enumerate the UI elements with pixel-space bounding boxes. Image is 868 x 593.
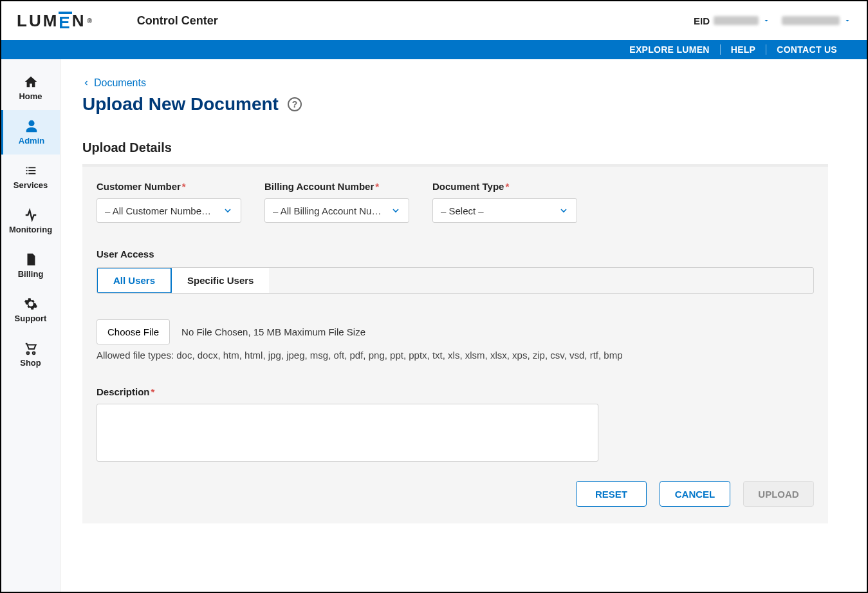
upload-details-panel: Customer Number* – All Customer Numbers … bbox=[82, 164, 828, 523]
file-types-hint: Allowed file types: doc, docx, htm, html… bbox=[97, 350, 814, 361]
home-icon bbox=[24, 75, 38, 89]
help-icon[interactable]: ? bbox=[288, 97, 302, 111]
sidebar-item-billing[interactable]: Billing bbox=[1, 243, 60, 288]
chevron-down-icon bbox=[223, 205, 233, 216]
sidebar-item-admin[interactable]: Admin bbox=[1, 110, 60, 155]
select-value: – Select – bbox=[441, 205, 484, 216]
page-title-row: Upload New Document ? bbox=[82, 94, 828, 115]
registered-mark: ® bbox=[87, 17, 91, 24]
file-status: No File Chosen, 15 MB Maximum File Size bbox=[181, 326, 365, 337]
eid-label: EID bbox=[694, 15, 710, 26]
label-description: Description* bbox=[97, 386, 814, 397]
user-selector[interactable] bbox=[782, 16, 851, 25]
lumen-logo: L U M E N ® bbox=[17, 11, 92, 31]
sidebar-item-monitoring[interactable]: Monitoring bbox=[1, 199, 60, 243]
toggle-user-access: All Users Specific Users bbox=[97, 267, 814, 294]
breadcrumb-back[interactable]: Documents bbox=[82, 77, 828, 89]
field-customer-number: Customer Number* – All Customer Numbers … bbox=[97, 181, 241, 223]
required-mark: * bbox=[182, 181, 186, 192]
logo-letter: N bbox=[72, 11, 86, 31]
sidebar-item-label: Admin bbox=[19, 136, 44, 146]
field-billing-account: Billing Account Number* – All Billing Ac… bbox=[264, 181, 409, 223]
select-document-type[interactable]: – Select – bbox=[432, 198, 577, 223]
secondary-nav: EXPLORE LUMEN HELP CONTACT US bbox=[1, 40, 867, 59]
chevron-down-icon bbox=[559, 205, 569, 216]
label-user-access: User Access bbox=[97, 249, 814, 259]
chevron-down-icon bbox=[844, 17, 851, 24]
user-value-redacted bbox=[782, 16, 840, 25]
logo-letter: U bbox=[29, 11, 43, 31]
sidebar-item-label: Shop bbox=[20, 358, 41, 368]
top-header: L U M E N ® Control Center EID bbox=[1, 1, 867, 40]
invoice-icon bbox=[24, 252, 38, 267]
sidebar-item-label: Home bbox=[19, 91, 42, 101]
list-icon bbox=[24, 164, 38, 178]
description-input[interactable] bbox=[97, 404, 598, 462]
required-mark: * bbox=[151, 386, 155, 397]
cancel-button[interactable]: CANCEL bbox=[660, 481, 730, 507]
sidebar-item-label: Services bbox=[14, 180, 48, 190]
sidebar-item-services[interactable]: Services bbox=[1, 155, 60, 199]
nav-explore-lumen[interactable]: EXPLORE LUMEN bbox=[619, 44, 719, 55]
action-buttons: RESET CANCEL UPLOAD bbox=[97, 481, 814, 507]
page-title: Upload New Document bbox=[82, 94, 279, 115]
logo-letter: M bbox=[43, 11, 59, 31]
sidebar-item-shop[interactable]: Shop bbox=[1, 332, 60, 377]
toggle-all-users[interactable]: All Users bbox=[97, 267, 172, 294]
label-customer-number: Customer Number* bbox=[97, 181, 241, 192]
logo-letter: E bbox=[59, 12, 71, 30]
nav-help[interactable]: HELP bbox=[720, 44, 766, 55]
sidebar-item-support[interactable]: Support bbox=[1, 288, 60, 332]
logo-letter: L bbox=[17, 11, 29, 31]
select-row: Customer Number* – All Customer Numbers … bbox=[97, 181, 814, 223]
nav-contact-us[interactable]: CONTACT US bbox=[766, 44, 847, 55]
sidebar-item-label: Support bbox=[15, 314, 47, 323]
top-header-right: EID bbox=[694, 15, 851, 26]
select-value: – All Customer Numbers – bbox=[105, 205, 214, 216]
cart-icon bbox=[24, 341, 38, 355]
section-upload-details: Upload Details bbox=[82, 140, 828, 155]
label-document-type: Document Type* bbox=[432, 181, 577, 192]
app-title: Control Center bbox=[137, 14, 218, 28]
field-description: Description* bbox=[97, 386, 814, 462]
select-customer-number[interactable]: – All Customer Numbers – bbox=[97, 198, 241, 223]
eid-selector[interactable]: EID bbox=[694, 15, 770, 26]
upload-button[interactable]: UPLOAD bbox=[743, 481, 814, 507]
toggle-specific-users[interactable]: Specific Users bbox=[171, 268, 269, 293]
sidebar: Home Admin Services Monitoring Billing bbox=[1, 59, 60, 592]
chevron-down-icon bbox=[391, 205, 401, 216]
field-document-type: Document Type* – Select – bbox=[432, 181, 577, 223]
file-picker-row: Choose File No File Chosen, 15 MB Maximu… bbox=[97, 319, 814, 344]
select-billing-account[interactable]: – All Billing Account Numb… bbox=[264, 198, 409, 223]
required-mark: * bbox=[375, 181, 379, 192]
label-billing-account: Billing Account Number* bbox=[264, 181, 409, 192]
breadcrumb-label: Documents bbox=[94, 77, 146, 89]
chevron-left-icon bbox=[82, 79, 90, 87]
main-content: Documents Upload New Document ? Upload D… bbox=[60, 59, 867, 592]
required-mark: * bbox=[505, 181, 509, 192]
select-value: – All Billing Account Numb… bbox=[273, 205, 382, 216]
sidebar-item-label: Monitoring bbox=[9, 225, 52, 234]
eid-value-redacted bbox=[714, 16, 759, 25]
choose-file-button[interactable]: Choose File bbox=[97, 319, 170, 344]
sidebar-item-home[interactable]: Home bbox=[1, 66, 60, 110]
gear-icon bbox=[24, 297, 38, 311]
sidebar-item-label: Billing bbox=[18, 269, 44, 279]
activity-icon bbox=[24, 208, 38, 222]
field-user-access: User Access All Users Specific Users bbox=[97, 249, 814, 294]
chevron-down-icon bbox=[762, 17, 770, 24]
reset-button[interactable]: RESET bbox=[576, 481, 647, 507]
user-icon bbox=[24, 119, 39, 133]
